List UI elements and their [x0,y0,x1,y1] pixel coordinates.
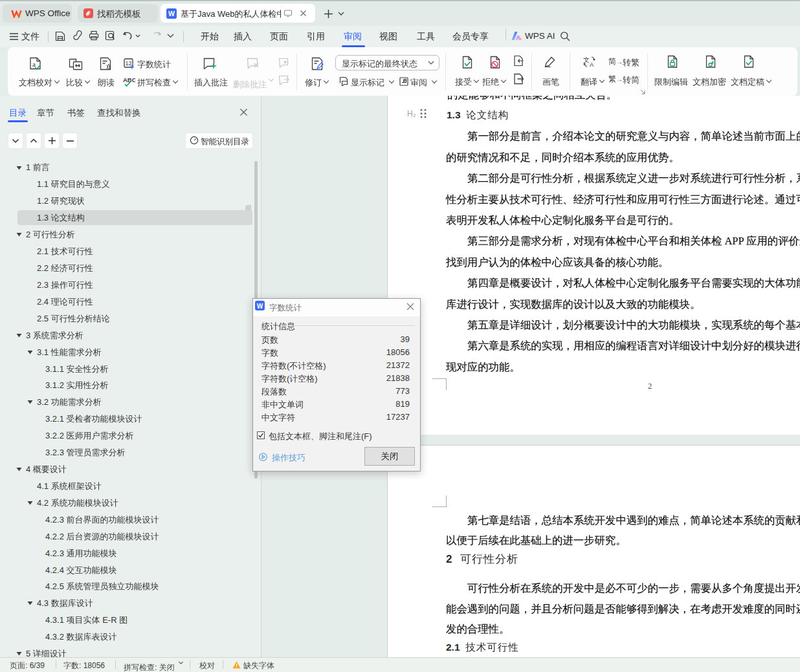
svg-text:W: W [257,303,263,310]
svg-text:ABC: ABC [123,76,135,83]
svg-text:W: W [168,10,175,17]
svg-text:A: A [590,61,594,68]
svg-text:a: a [32,60,36,68]
svg-text:文: 文 [583,56,590,63]
svg-text:12: 12 [125,60,131,67]
